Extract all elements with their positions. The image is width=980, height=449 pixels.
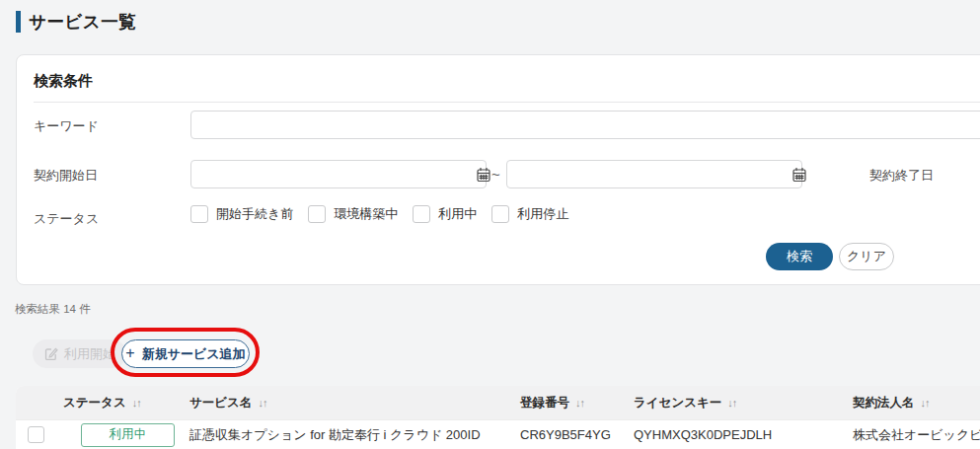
status-filter-options: 開始手続き前 環境構築中 利用中 利用停止 xyxy=(190,205,568,223)
sort-icon[interactable]: ↓↑ xyxy=(575,397,584,409)
contract-start-from-input[interactable] xyxy=(190,160,487,188)
result-summary: 検索結果 14 件 xyxy=(15,302,91,317)
contract-start-to-input[interactable] xyxy=(506,160,802,188)
sort-icon[interactable]: ↓↑ xyxy=(921,397,930,409)
checkbox[interactable] xyxy=(413,205,430,223)
sort-icon[interactable]: ↓↑ xyxy=(727,397,736,409)
row-corporate-name: 株式会社オービックビジネス xyxy=(851,426,980,444)
add-service-label: 新規サービス追加 xyxy=(142,345,246,363)
checkbox[interactable] xyxy=(308,205,326,223)
status-filter-label: ステータス xyxy=(34,210,99,228)
clear-button[interactable]: クリア xyxy=(839,243,894,270)
search-panel: 検索条件 キーワード 契約開始日 ~ 契約終了日 ステータス 開始手続き前 xyxy=(16,54,980,285)
page-title: サービス一覧 xyxy=(29,10,136,34)
search-button[interactable]: 検索 xyxy=(766,243,833,270)
results-table: ステータス ↓↑ サービス名 ↓↑ 登録番号 ↓↑ ライセンスキー ↓↑ 契約法… xyxy=(16,386,980,449)
memo-pencil-icon xyxy=(43,346,58,361)
table-row: 利用中 証憑収集オプション for 勘定奉行 i クラウド 200ID CR6Y… xyxy=(16,419,980,449)
plus-icon: + xyxy=(125,345,134,361)
column-header-license-key: ライセンスキー ↓↑ xyxy=(632,395,851,412)
table-header-row: ステータス ↓↑ サービス名 ↓↑ 登録番号 ↓↑ ライセンスキー ↓↑ 契約法… xyxy=(16,386,980,419)
status-option-before-start[interactable]: 開始手続き前 xyxy=(190,205,293,223)
title-accent-bar xyxy=(16,11,21,33)
checkbox[interactable] xyxy=(491,205,509,223)
page-header: サービス一覧 xyxy=(16,10,136,34)
row-service-name: 証憑収集オプション for 勘定奉行 i クラウド 200ID xyxy=(188,426,518,444)
contract-end-label: 契約終了日 xyxy=(869,167,934,185)
search-panel-heading: 検索条件 xyxy=(34,72,980,103)
column-header-status: ステータス ↓↑ xyxy=(61,395,188,412)
checkbox[interactable] xyxy=(190,205,208,223)
contract-start-label: 契約開始日 xyxy=(34,167,98,185)
sort-icon[interactable]: ↓↑ xyxy=(132,397,141,409)
column-header-corporate-name: 契約法人名 ↓↑ xyxy=(851,395,980,412)
keyword-input[interactable] xyxy=(190,111,980,139)
start-use-button: 利用開始 xyxy=(33,339,126,368)
row-license-key: QYHMXQ3K0DPEJDLH xyxy=(632,427,851,442)
status-badge: 利用中 xyxy=(81,423,175,447)
row-status-cell: 利用中 xyxy=(61,423,188,447)
date-range-separator: ~ xyxy=(491,166,500,183)
sort-icon[interactable]: ↓↑ xyxy=(258,397,266,409)
keyword-label: キーワード xyxy=(34,117,99,135)
start-use-label: 利用開始 xyxy=(64,345,115,363)
column-header-registration-number: 登録番号 ↓↑ xyxy=(518,395,632,412)
row-checkbox-cell xyxy=(16,426,61,443)
add-service-button[interactable]: + 新規サービス追加 xyxy=(121,339,250,368)
row-checkbox[interactable] xyxy=(28,426,44,443)
row-registration-number: CR6Y9B5F4YG xyxy=(518,427,632,442)
column-header-service-name: サービス名 ↓↑ xyxy=(188,395,518,412)
status-option-suspended[interactable]: 利用停止 xyxy=(491,205,568,223)
status-option-in-use[interactable]: 利用中 xyxy=(413,205,477,223)
status-option-building[interactable]: 環境構築中 xyxy=(308,205,398,223)
